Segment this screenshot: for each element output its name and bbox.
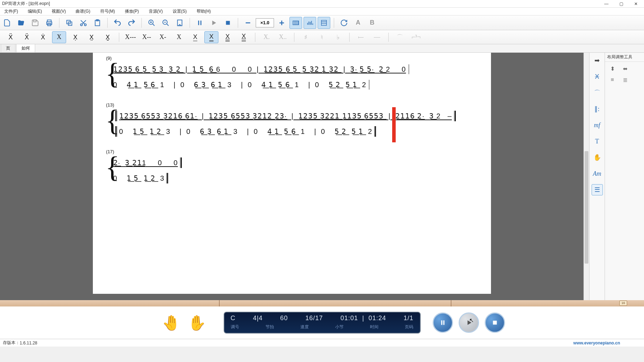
pause-button[interactable] xyxy=(433,312,453,333)
menu-help[interactable]: 帮助(H) xyxy=(195,8,213,15)
vertical-scrollbar[interactable] xyxy=(584,53,589,300)
align-stretch-icon[interactable]: ⬌ xyxy=(620,65,630,72)
score-view-icon[interactable] xyxy=(318,17,330,29)
double-dot-icon[interactable]: X.. xyxy=(276,31,290,43)
note-x-icon[interactable]: X xyxy=(592,71,603,82)
duration-64th-icon[interactable]: X xyxy=(237,31,251,43)
duration-32nd-icon[interactable]: X xyxy=(221,31,235,43)
left-hand-icon[interactable]: ✋ xyxy=(162,314,180,331)
duration-whole-icon[interactable]: X--- xyxy=(123,31,138,43)
menu-play[interactable]: 播放(P) xyxy=(123,8,141,15)
dot-icon[interactable]: X. xyxy=(260,31,274,43)
refresh-icon[interactable] xyxy=(338,17,350,29)
save-icon[interactable] xyxy=(29,17,42,29)
note-oct2-up-icon[interactable]: Ẍ xyxy=(20,31,34,43)
right-hand-icon[interactable]: ✋ xyxy=(188,314,206,331)
duration-dotted-icon[interactable]: X- xyxy=(156,31,170,43)
info-key: C xyxy=(231,315,236,322)
brace-icon: { xyxy=(106,155,110,180)
svg-rect-17 xyxy=(321,20,327,25)
minimize-button[interactable]: — xyxy=(604,1,609,6)
duration-half-icon[interactable]: X-- xyxy=(140,31,154,43)
redo-icon[interactable] xyxy=(125,17,138,29)
new-file-icon[interactable] xyxy=(1,17,13,29)
player-info-panel: C 4|4 60 16/17 01:01 | 01:24 1/1 调号 节拍 速… xyxy=(224,312,421,334)
tie-open-icon[interactable]: — xyxy=(370,31,384,43)
hands-indicator: ✋ ✋ xyxy=(162,314,206,331)
speed-display[interactable]: ×1.0 xyxy=(256,18,274,27)
paste-icon[interactable] xyxy=(91,17,104,29)
staff-upper-13: 1͟2͟3͟5͟ 6͟5͟5͟3͟ 3͟2͟1͟6͟ 6͟1͟· | 1͟2͟3… xyxy=(101,108,483,124)
align-right-icon[interactable]: ≣ xyxy=(620,76,630,84)
zoom-in-icon[interactable] xyxy=(145,17,158,29)
repeat-sign-icon[interactable]: ‖: xyxy=(592,103,603,115)
pause-icon[interactable] xyxy=(193,17,206,29)
svg-rect-15 xyxy=(226,21,230,25)
window-controls: — ▢ ✕ xyxy=(604,1,642,6)
close-button[interactable]: ✕ xyxy=(633,1,638,6)
stop-icon[interactable] xyxy=(222,17,234,29)
svg-rect-18 xyxy=(441,321,442,325)
score-canvas[interactable]: (9) { 1͟2͟3͟5͟ 6͟ 5͟ 5͟ 3͟ 3͟ 2͟ | 1͟ 5͟… xyxy=(0,53,584,300)
duration-eighth-icon[interactable]: X xyxy=(188,31,202,43)
menu-view[interactable]: 视图(V) xyxy=(50,8,68,15)
style-b-icon[interactable]: B xyxy=(366,17,378,29)
arrow-right-icon[interactable]: ➡ xyxy=(592,55,603,66)
chord-tool-icon[interactable]: Am xyxy=(592,168,603,179)
slur-icon[interactable]: ⌒ xyxy=(393,31,407,43)
duration-quarter-icon[interactable]: X xyxy=(172,31,186,43)
note-oct2-down-icon[interactable]: X̤ xyxy=(84,31,98,43)
note-oct1-up-icon[interactable]: Ẋ xyxy=(36,31,50,43)
note-oct1-down-icon[interactable]: X̣ xyxy=(68,31,82,43)
center-area: (9) { 1͟2͟3͟5͟ 6͟ 5͟ 5͟ 3͟ 3͟ 2͟ | 1͟ 5͟… xyxy=(0,53,644,300)
website-link[interactable]: www.everyonepiano.cn xyxy=(573,341,641,345)
tab-document[interactable]: 如何 xyxy=(16,44,35,52)
duration-sixteenth-icon[interactable]: X xyxy=(204,31,218,43)
menu-edit[interactable]: 编辑(E) xyxy=(26,8,44,15)
dynamic-tool-icon[interactable]: mf xyxy=(592,119,603,131)
staff-lower-13: 0 1͟ 5͟ 1͟ 2͟ 3 | 0 6͟ 3͟ 6͟ 1͟ 3 | 0 4͟… xyxy=(101,124,483,139)
text-tool-icon[interactable]: T xyxy=(592,136,603,147)
zoom-out-icon[interactable] xyxy=(159,17,172,29)
stop-button[interactable] xyxy=(485,312,505,333)
style-a-icon[interactable]: A xyxy=(352,17,364,29)
maximize-button[interactable]: ▢ xyxy=(619,1,624,6)
timeline-ruler[interactable]: 16 xyxy=(0,300,644,306)
scrollbar-thumb[interactable] xyxy=(585,151,588,264)
list-tool-icon[interactable]: ☰ xyxy=(592,184,603,195)
speed-up-icon[interactable] xyxy=(275,17,288,29)
sharp-icon[interactable]: ♯ xyxy=(299,31,313,43)
note-natural-icon[interactable]: X xyxy=(52,31,66,43)
menu-file[interactable]: 文件(F) xyxy=(2,8,20,15)
play-button[interactable] xyxy=(459,312,479,333)
tab-home[interactable]: 页 xyxy=(1,44,15,52)
flat-icon[interactable]: ♭ xyxy=(331,31,345,43)
copy-icon[interactable] xyxy=(63,17,76,29)
play-icon[interactable] xyxy=(208,17,220,29)
menu-settings[interactable]: 设置(S) xyxy=(171,8,189,15)
menu-source[interactable]: 音源(V) xyxy=(147,8,165,15)
natural-icon[interactable]: ♮ xyxy=(315,31,329,43)
print-icon[interactable] xyxy=(43,17,56,29)
speed-down-icon[interactable] xyxy=(242,17,254,29)
version-label: 存版本： xyxy=(3,340,20,346)
status-bar: 存版本： 1.6.11.28 www.everyonepiano.cn xyxy=(0,339,644,347)
align-left-icon[interactable]: ≡ xyxy=(608,76,617,84)
slur-tool-icon[interactable]: ⌒ xyxy=(592,87,603,98)
undo-icon[interactable] xyxy=(111,17,124,29)
note-oct3-down-icon[interactable]: X̤̣ xyxy=(101,31,115,43)
menu-score[interactable]: 曲谱(G) xyxy=(74,8,92,15)
tuplet-icon[interactable]: ⌐³¬ xyxy=(409,31,423,43)
timeline-flag[interactable]: 16 xyxy=(619,300,627,306)
staff-upper-9: 1͟2͟3͟5͟ 6͟ 5͟ 5͟ 3͟ 3͟ 2͟ | 1͟ 5͟ 6͟ 6 … xyxy=(101,62,483,77)
align-top-icon[interactable]: ⬍ xyxy=(608,65,617,72)
tie-close-icon[interactable]: ⟝ xyxy=(354,31,368,43)
open-file-icon[interactable] xyxy=(15,17,27,29)
keyboard-view-icon[interactable] xyxy=(289,17,302,29)
note-oct3-up-icon[interactable]: Ẍ xyxy=(4,31,18,43)
cut-icon[interactable] xyxy=(77,17,90,29)
hand-tool-icon[interactable]: ✋ xyxy=(592,152,603,163)
fit-page-icon[interactable] xyxy=(173,17,186,29)
mixer-icon[interactable] xyxy=(304,17,316,29)
menu-symbol[interactable]: 符号(M) xyxy=(98,8,117,15)
